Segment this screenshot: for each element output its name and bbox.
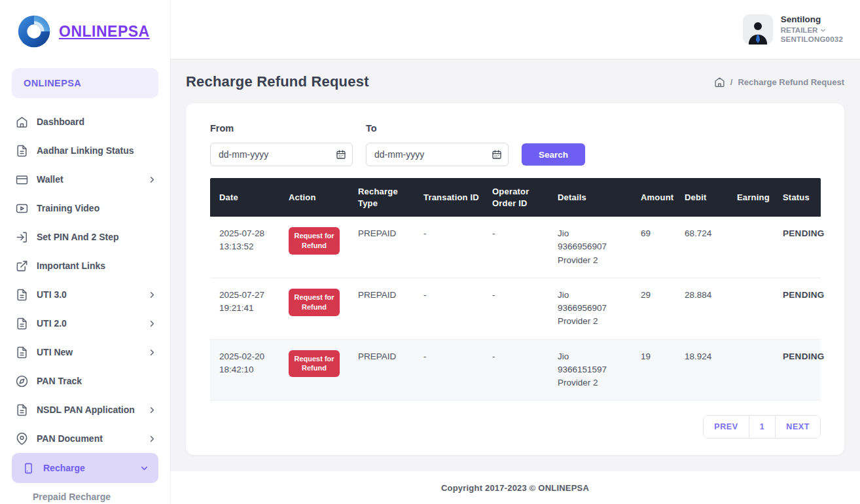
col-date: Date	[210, 178, 283, 217]
brand-name: ONLINEPSA	[59, 23, 150, 41]
row-debit: 28.884	[679, 278, 732, 339]
copyright-text: Copyright 2017-2023 © ONLINEPSA	[441, 483, 589, 493]
chevron-right-icon	[147, 290, 157, 300]
title-row: Recharge Refund Request / Recharge Refun…	[186, 68, 844, 93]
row-amount: 19	[636, 339, 679, 401]
sidebar-item-uti-30[interactable]: UTI 3.0	[0, 280, 170, 309]
col-action: Action	[283, 178, 353, 217]
col-details: Details	[552, 178, 636, 217]
map-pin-icon	[16, 433, 28, 445]
sidebar-item-dashboard[interactable]: Dashboard	[0, 107, 170, 136]
col-recharge-type: Recharge Type	[353, 178, 418, 217]
row-time: 13:13:52	[219, 240, 278, 253]
row-date: 2025-02-20	[219, 350, 278, 363]
app-window: ONLINEPSA ONLINEPSA Dashboard Aadhar Lin…	[0, 0, 860, 504]
from-date-input[interactable]	[210, 143, 353, 166]
row-details: Jio9366151597Provider 2	[552, 339, 636, 401]
user-id: SENTILONG0032	[781, 35, 843, 44]
filter-bar: From To Search	[210, 123, 820, 166]
row-operator-order-id: -	[487, 339, 552, 401]
to-label: To	[366, 123, 509, 134]
col-debit: Debit	[679, 178, 732, 217]
chevron-right-icon	[147, 319, 157, 329]
sidebar-item-training-video[interactable]: Training Video	[0, 194, 170, 223]
pagination: PREV 1 NEXT	[703, 415, 821, 439]
table-row: 2025-02-2018:42:10 Request for Refund PR…	[210, 339, 821, 401]
chevron-down-icon	[139, 463, 149, 473]
sidebar-item-wallet[interactable]: Wallet	[0, 165, 170, 194]
to-date-input[interactable]	[366, 143, 509, 166]
row-transaction-id: -	[418, 217, 487, 278]
sidebar-item-uti-new[interactable]: UTI New	[0, 338, 170, 367]
row-transaction-id: -	[418, 278, 487, 339]
home-icon	[16, 116, 28, 128]
file-text-icon	[16, 404, 28, 416]
request-refund-button[interactable]: Request for Refund	[289, 289, 340, 316]
chevron-right-icon	[147, 175, 157, 185]
request-refund-button[interactable]: Request for Refund	[289, 350, 340, 378]
sidebar-item-recharge[interactable]: Recharge	[12, 453, 158, 483]
table-header-row: Date Action Recharge Type Transation ID …	[210, 178, 821, 217]
footer: Copyright 2017-2023 © ONLINEPSA	[170, 471, 860, 504]
user-menu[interactable]: Sentilong RETAILER SENTILONG0032	[743, 14, 843, 45]
table-row: 2025-07-2719:21:41 Request for Refund PR…	[210, 278, 821, 339]
status-badge: PENDING	[783, 290, 825, 300]
row-amount: 69	[636, 217, 679, 278]
breadcrumb: / Recharge Refund Request	[714, 77, 844, 88]
log-in-icon	[16, 231, 28, 243]
row-debit: 68.724	[679, 217, 732, 278]
pagination-row: PREV 1 NEXT	[210, 415, 821, 439]
sidebar-item-set-pin[interactable]: Set PIN And 2 Step	[0, 223, 170, 251]
page-title: Recharge Refund Request	[186, 73, 369, 90]
status-badge: PENDING	[783, 351, 825, 361]
row-earning	[732, 339, 778, 401]
search-button[interactable]: Search	[522, 143, 585, 166]
row-recharge-type: PREPAID	[353, 217, 418, 278]
sidebar-item-nsdl-pan-application[interactable]: NSDL PAN Application	[0, 395, 170, 424]
user-name: Sentilong	[781, 14, 843, 26]
page-content: Recharge Refund Request / Recharge Refun…	[170, 59, 860, 471]
video-icon	[16, 202, 28, 215]
col-earning: Earning	[732, 178, 778, 217]
user-role[interactable]: RETAILER	[781, 26, 843, 35]
prev-page-button[interactable]: PREV	[704, 416, 749, 438]
row-date: 2025-07-27	[219, 289, 278, 302]
avatar	[743, 14, 773, 45]
sidebar: ONLINEPSA ONLINEPSA Dashboard Aadhar Lin…	[0, 0, 170, 504]
sidebar-item-aadhar-linking-status[interactable]: Aadhar Linking Status	[0, 136, 170, 165]
row-recharge-type: PREPAID	[353, 339, 418, 401]
smartphone-icon	[22, 462, 35, 475]
file-text-icon	[16, 317, 28, 330]
row-earning	[732, 278, 778, 339]
refund-table: Date Action Recharge Type Transation ID …	[210, 178, 821, 401]
file-text-icon	[16, 346, 28, 359]
file-text-icon	[16, 289, 28, 301]
row-time: 19:21:41	[219, 302, 278, 315]
sidebar-item-pan-document[interactable]: PAN Document	[0, 424, 170, 453]
sidebar-item-prepaid-recharge[interactable]: Prepaid Recharge	[0, 483, 170, 504]
sidebar-item-important-links[interactable]: Important Links	[0, 251, 170, 280]
breadcrumb-current: Recharge Refund Request	[738, 77, 844, 87]
wallet-icon	[16, 173, 28, 186]
brand-swirl-icon	[14, 11, 55, 52]
col-amount: Amount	[636, 178, 679, 217]
row-date: 2025-07-28	[219, 227, 278, 240]
page-number-button[interactable]: 1	[749, 416, 776, 438]
row-time: 18:42:10	[219, 363, 278, 376]
sidebar-item-uti-20[interactable]: UTI 2.0	[0, 309, 170, 338]
sidebar-item-pan-track[interactable]: PAN Track	[0, 367, 170, 395]
status-badge: PENDING	[783, 228, 825, 238]
sidebar-title: ONLINEPSA	[12, 68, 158, 98]
request-refund-button[interactable]: Request for Refund	[289, 227, 340, 255]
row-operator-order-id: -	[487, 217, 552, 278]
chevron-right-icon	[147, 348, 157, 357]
row-operator-order-id: -	[487, 278, 552, 339]
to-date-field: To	[366, 123, 509, 166]
home-icon[interactable]	[714, 77, 725, 88]
brand-logo[interactable]: ONLINEPSA	[0, 0, 170, 63]
next-page-button[interactable]: NEXT	[776, 416, 820, 438]
chevron-down-icon	[819, 27, 827, 34]
row-details: Jio9366956907Provider 2	[552, 278, 636, 339]
col-transaction-id: Transation ID	[418, 178, 487, 217]
col-operator-order-id: Operator Order ID	[487, 178, 552, 217]
